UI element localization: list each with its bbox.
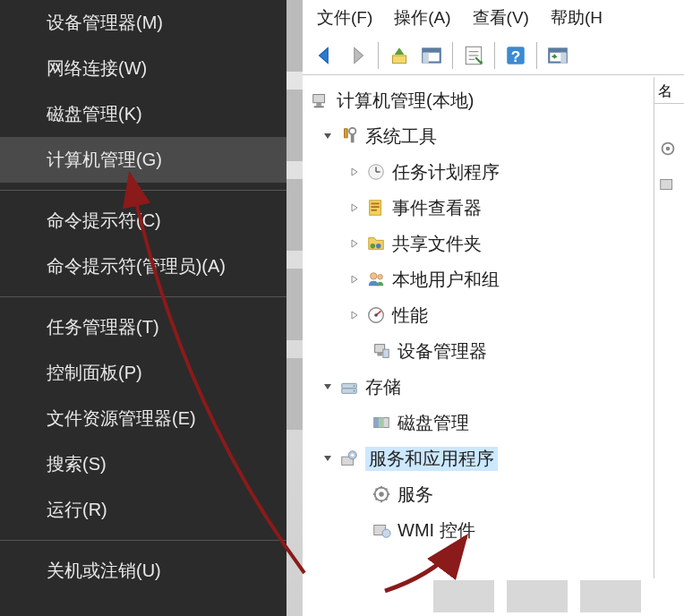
toolbar-separator <box>378 42 379 69</box>
svg-rect-17 <box>351 134 355 142</box>
svg-point-47 <box>382 529 390 537</box>
svg-rect-39 <box>374 418 380 428</box>
menu-device-manager[interactable]: 设备管理器(M) <box>0 0 286 46</box>
chevron-right-icon[interactable] <box>347 308 362 322</box>
svg-point-27 <box>371 273 377 279</box>
svg-rect-33 <box>383 349 389 357</box>
menu-divider <box>0 296 286 297</box>
tree-device-manager[interactable]: 设备管理器 <box>303 333 684 369</box>
toolbar-separator <box>536 42 537 69</box>
device-manager-icon <box>371 340 392 362</box>
tree-shared-folders[interactable]: 共享文件夹 <box>303 226 684 261</box>
tree-services-label: 服务 <box>398 483 433 507</box>
svg-point-49 <box>666 147 671 151</box>
svg-point-16 <box>349 128 355 134</box>
svg-rect-2 <box>423 48 440 52</box>
svg-point-37 <box>354 390 355 392</box>
svg-text:?: ? <box>511 47 521 64</box>
chevron-down-icon[interactable] <box>321 451 335 466</box>
menu-cmd[interactable]: 命令提示符(C) <box>0 198 286 244</box>
event-viewer-icon <box>365 197 387 218</box>
tree-view: 计算机管理(本地) 系统工具 任务计划程序 事件查看器 共享文件夹 本地用户和组 <box>303 75 684 548</box>
actions-gear-icon[interactable] <box>654 131 684 167</box>
actions-wmi-icon[interactable] <box>654 167 684 202</box>
tree-device-manager-label: 设备管理器 <box>398 339 487 364</box>
svg-rect-40 <box>379 418 384 428</box>
menu-search[interactable]: 搜索(S) <box>0 441 286 487</box>
properties-button[interactable] <box>458 40 489 71</box>
computer-management-window: 文件(F) 操作(A) 查看(V) 帮助(H ? <box>303 0 684 616</box>
chevron-right-icon[interactable] <box>347 201 362 215</box>
users-icon <box>365 269 387 290</box>
menu-network-connections[interactable]: 网络连接(W) <box>0 46 286 91</box>
svg-rect-23 <box>372 206 380 208</box>
menu-help[interactable]: 帮助(H <box>551 6 603 30</box>
menu-disk-management[interactable]: 磁盘管理(K) <box>0 91 286 137</box>
services-apps-icon <box>338 448 360 469</box>
tree-storage[interactable]: 存储 <box>303 369 684 405</box>
performance-icon <box>365 304 387 326</box>
tree-wmi-control[interactable]: WMI 控件 <box>303 512 684 548</box>
svg-rect-14 <box>316 103 321 107</box>
menu-divider <box>0 540 286 541</box>
tree-services[interactable]: 服务 <box>303 476 684 512</box>
menu-view[interactable]: 查看(V) <box>473 6 529 30</box>
svg-point-45 <box>379 492 384 497</box>
svg-point-36 <box>354 385 355 387</box>
disk-management-icon <box>371 412 392 433</box>
menu-file[interactable]: 文件(F) <box>317 6 372 30</box>
tree-system-tools[interactable]: 系统工具 <box>303 118 684 154</box>
menu-task-manager[interactable]: 任务管理器(T) <box>0 304 286 350</box>
computer-management-icon <box>310 90 331 111</box>
chevron-right-icon[interactable] <box>347 165 362 179</box>
tree-services-apps[interactable]: 服务和应用程序 <box>303 441 684 476</box>
menu-cmd-admin[interactable]: 命令提示符(管理员)(A) <box>0 244 286 289</box>
forward-button[interactable] <box>342 40 372 71</box>
chevron-right-icon[interactable] <box>347 272 362 287</box>
tree-root[interactable]: 计算机管理(本地) <box>303 82 684 118</box>
toolbar-separator <box>452 42 453 69</box>
tree-system-tools-label: 系统工具 <box>365 124 437 149</box>
svg-point-43 <box>351 454 355 458</box>
tree-disk-management[interactable]: 磁盘管理 <box>303 405 684 441</box>
column-header-name[interactable]: 名 <box>654 77 684 104</box>
svg-rect-22 <box>372 203 380 205</box>
toolbar: ? <box>303 36 684 75</box>
chevron-right-icon[interactable] <box>347 236 362 251</box>
shared-folder-icon <box>365 233 387 254</box>
svg-point-30 <box>374 313 378 317</box>
menu-run[interactable]: 运行(R) <box>0 487 286 533</box>
tree-performance[interactable]: 性能 <box>303 297 684 333</box>
tree-local-users-groups-label: 本地用户和组 <box>392 268 500 292</box>
tree-task-scheduler[interactable]: 任务计划程序 <box>303 154 684 190</box>
menu-shutdown-signout[interactable]: 关机或注销(U) <box>0 548 286 594</box>
tree-local-users-groups[interactable]: 本地用户和组 <box>303 261 684 297</box>
help-button[interactable]: ? <box>500 40 531 71</box>
tree-event-viewer[interactable]: 事件查看器 <box>303 190 684 226</box>
chevron-down-icon[interactable] <box>321 380 335 394</box>
menu-computer-management[interactable]: 计算机管理(G) <box>0 137 286 183</box>
chevron-down-icon[interactable] <box>321 129 335 143</box>
svg-rect-11 <box>549 48 567 52</box>
menu-file-explorer[interactable]: 文件资源管理器(E) <box>0 396 286 441</box>
show-hide-console-button[interactable] <box>416 40 447 71</box>
side-thumbnail-strip <box>286 0 303 616</box>
tree-task-scheduler-label: 任务计划程序 <box>392 160 500 184</box>
tree-services-apps-label: 服务和应用程序 <box>365 447 498 471</box>
tree-storage-label: 存储 <box>365 375 401 399</box>
up-button[interactable] <box>384 40 415 71</box>
storage-icon <box>338 376 360 398</box>
back-button[interactable] <box>310 40 340 71</box>
svg-point-28 <box>378 275 383 280</box>
svg-rect-12 <box>560 52 567 63</box>
menu-action[interactable]: 操作(A) <box>394 6 450 30</box>
tree-root-label: 计算机管理(本地) <box>337 89 474 113</box>
show-hide-action-pane-button[interactable] <box>543 40 573 71</box>
toolbar-separator <box>494 42 495 69</box>
tree-disk-management-label: 磁盘管理 <box>398 411 469 435</box>
svg-point-26 <box>376 244 381 249</box>
svg-rect-24 <box>372 210 377 211</box>
menu-control-panel[interactable]: 控制面板(P) <box>0 350 286 396</box>
svg-point-25 <box>371 244 376 249</box>
wmi-control-icon <box>371 519 392 541</box>
